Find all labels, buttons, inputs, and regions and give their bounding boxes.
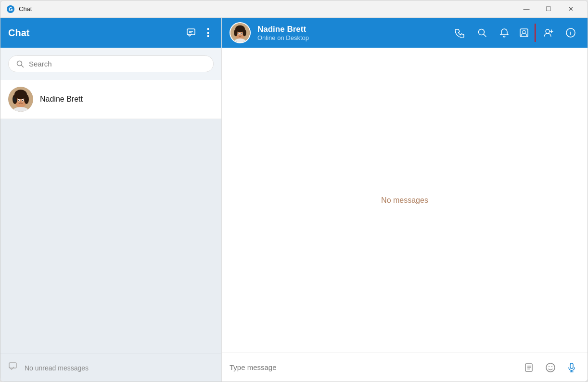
call-button[interactable] [451,24,469,42]
svg-text:G: G [9,6,13,12]
sidebar-header: Chat ⋮ [0,18,221,48]
search-box [8,55,214,72]
notifications-button[interactable] [495,24,513,42]
svg-point-32 [503,36,505,37]
message-input[interactable] [230,363,516,371]
sidebar-footer: No unread messages [0,354,221,382]
avatar-svg [8,87,33,112]
sidebar-header-icons: ⋮ [186,26,214,39]
chat-contact-status: Online on Desktop [257,34,444,41]
chat-area: Nadine Brett Online on Desktop [222,18,588,382]
svg-point-16 [22,100,23,101]
app-icon: G [6,5,15,13]
new-chat-icon[interactable] [186,27,197,38]
svg-rect-48 [570,363,573,369]
add-user-button[interactable] [539,24,558,42]
svg-point-15 [18,100,19,101]
title-bar: G Chat — ☐ ✕ [0,0,588,18]
search-icon [16,60,24,68]
attach-file-button[interactable] [521,359,537,376]
svg-line-31 [484,34,486,37]
sidebar-title: Chat [8,27,29,39]
svg-point-35 [546,29,550,33]
sidebar: Chat ⋮ [0,18,222,382]
svg-point-46 [549,366,550,367]
svg-point-47 [551,366,552,367]
chat-header-avatar [230,22,251,43]
contact-avatar [8,87,33,112]
contact-item[interactable]: Nadine Brett [0,80,221,119]
svg-rect-2 [187,29,195,35]
svg-point-45 [546,363,555,372]
chat-header-actions [451,24,580,42]
contact-name: Nadine Brett [40,95,83,104]
maximize-button[interactable]: ☐ [537,0,560,18]
chat-input-area [222,353,588,382]
no-unread-text: No unread messages [25,364,89,372]
svg-point-17 [20,102,22,103]
minimize-button[interactable]: — [515,0,537,18]
svg-point-29 [241,33,242,34]
svg-point-40 [570,31,571,32]
window-title: Chat [19,5,515,13]
svg-point-11 [24,94,29,104]
search-chat-button[interactable] [473,24,491,42]
app-window: G Chat — ☐ ✕ Chat [0,0,588,382]
chat-contact-name: Nadine Brett [257,25,444,34]
svg-point-23 [234,29,237,37]
sidebar-empty-area [0,119,221,354]
chat-messages: No messages [222,48,588,353]
chat-header: Nadine Brett Online on Desktop [222,18,588,48]
emoji-button[interactable] [542,359,559,376]
svg-point-24 [243,29,246,37]
svg-line-6 [22,65,24,67]
window-controls: — ☐ ✕ [515,0,582,18]
search-input[interactable] [29,60,205,68]
contact-list: Nadine Brett [0,80,221,119]
close-button[interactable]: ✕ [560,0,582,18]
microphone-button[interactable] [563,359,580,376]
chat-header-info: Nadine Brett Online on Desktop [257,25,444,41]
more-options-icon[interactable]: ⋮ [203,26,214,39]
no-unread-icon [8,361,19,374]
no-messages-text: No messages [381,196,428,205]
main-area: Chat ⋮ [0,18,588,382]
svg-point-34 [523,30,525,33]
info-button[interactable] [562,24,580,42]
search-area [0,48,221,80]
svg-point-28 [238,33,239,34]
view-profile-button[interactable] [517,24,536,42]
svg-rect-19 [9,363,16,368]
